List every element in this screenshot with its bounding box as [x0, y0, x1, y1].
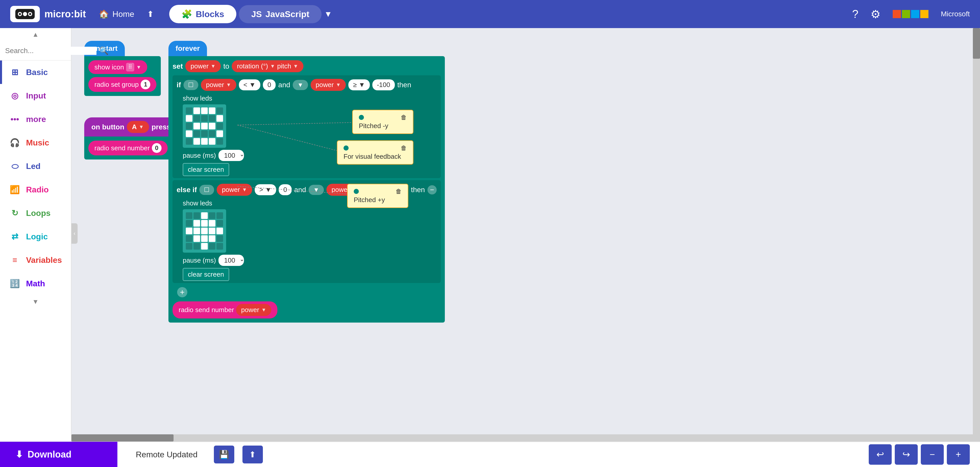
scrollbar-thumb[interactable]: [973, 28, 980, 59]
remote-updated-label: Remote Updated: [126, 450, 208, 459]
radio-set-group-block[interactable]: radio set group 1: [88, 77, 157, 92]
tab-dropdown[interactable]: ▼: [324, 10, 332, 19]
sidebar-item-input[interactable]: ◎ Input: [0, 84, 71, 108]
comment-pitched-plus-y-content[interactable]: 🗑 Pitched +y: [347, 184, 408, 208]
sidebar-item-logic[interactable]: ⇄ Logic: [0, 225, 71, 248]
else-if-val0[interactable]: 0: [279, 184, 291, 195]
settings-icon[interactable]: ⚙: [870, 8, 880, 21]
music-icon: 🎧: [9, 137, 21, 148]
comment-pitched-y-content[interactable]: 🗑 Pitched -y: [352, 110, 414, 134]
gt-operator[interactable]: > ▼: [255, 184, 276, 195]
radio-send-number-block[interactable]: radio send number 0: [88, 141, 168, 156]
radio-send-value[interactable]: 0: [152, 143, 162, 153]
bottom-right-controls: ↩ ↪ − +: [869, 444, 980, 465]
sidebar-item-variables[interactable]: ≡ Variables: [0, 248, 71, 272]
share-button[interactable]: ⬆: [147, 9, 154, 19]
help-icon[interactable]: ?: [852, 8, 858, 21]
comment-delete[interactable]: 🗑: [401, 114, 407, 121]
zoom-in-button[interactable]: +: [947, 444, 970, 465]
lt-operator[interactable]: < ▼: [239, 79, 260, 91]
icon-preview: ⠿: [126, 63, 134, 71]
rotation-pill[interactable]: rotation (°) ▼ pitch ▼: [232, 60, 303, 72]
save-icon: 💾: [219, 450, 229, 459]
if-toggle2[interactable]: ▼: [293, 80, 308, 90]
bottom-scrollbar-thumb[interactable]: [72, 434, 173, 442]
sidebar-scroll-up[interactable]: ▲: [0, 28, 71, 41]
comment-visual-feedback: 🗑 For visual feedback: [337, 140, 414, 165]
if-val-neg100[interactable]: -100: [372, 79, 395, 91]
nav-home-button[interactable]: 🏠 Home: [99, 9, 134, 19]
microsoft-logo: [893, 10, 928, 18]
pause-select-1[interactable]: 100200500: [218, 150, 244, 161]
download-icon: ⬇: [15, 449, 23, 460]
header-right: ? ⚙ Microsoft: [852, 8, 970, 21]
math-icon: 🔢: [9, 278, 21, 289]
radio-group-value[interactable]: 1: [141, 79, 150, 89]
show-icon-block[interactable]: show icon ⠿ ▼: [88, 60, 157, 74]
and-label: and: [278, 81, 290, 89]
sidebar-item-loops[interactable]: ↻ Loops: [0, 201, 71, 225]
zoom-out-icon: −: [929, 449, 935, 460]
if-val0[interactable]: 0: [263, 79, 275, 91]
forever-label: forever: [169, 41, 207, 56]
button-value[interactable]: A ▼: [127, 121, 149, 133]
clear-screen-1[interactable]: clear screen: [183, 163, 229, 176]
sidebar-scroll-down[interactable]: ▼: [0, 295, 71, 308]
svg-point-5: [29, 13, 31, 15]
led-grid-2: [183, 209, 226, 253]
sidebar-item-music[interactable]: 🎧 Music: [0, 131, 71, 154]
comment-pitched-plus-y: 🗑 Pitched +y: [347, 184, 408, 208]
else-if-toggle2[interactable]: ▼: [309, 185, 324, 195]
sidebar-item-led[interactable]: ⬭ Led: [0, 154, 71, 178]
if-power-pill2[interactable]: power ▼: [310, 79, 346, 91]
ge-operator[interactable]: ≥ ▼: [348, 79, 369, 91]
sidebar-item-basic[interactable]: ⊞ Basic: [0, 60, 71, 84]
remote-area: Remote Updated 💾 ⬆: [118, 446, 273, 464]
sidebar-item-radio[interactable]: 📶 Radio: [0, 178, 71, 201]
sidebar-item-more[interactable]: ••• more: [0, 108, 71, 131]
clear-screen-2[interactable]: clear screen: [183, 268, 229, 281]
right-scrollbar[interactable]: [973, 28, 980, 442]
add-branch-row: +: [172, 285, 441, 299]
else-if-power-pill[interactable]: power ▼: [217, 184, 252, 196]
sidebar-item-math[interactable]: 🔢 Math: [0, 272, 71, 295]
show-icon-pill[interactable]: show icon ⠿ ▼: [88, 60, 147, 74]
forever-block: forever set power ▼ to rotation (°) ▼ pi…: [169, 41, 445, 322]
radio-send-row: radio send number power ▼: [172, 301, 441, 318]
search-input[interactable]: [5, 47, 97, 55]
else-if-label: else if: [177, 186, 197, 194]
github-button[interactable]: ⬆: [242, 446, 263, 464]
comment-delete-3[interactable]: 🗑: [396, 188, 402, 195]
canvas-area: on start show icon ⠿ ▼ radio set group 1: [72, 28, 980, 442]
power-pill[interactable]: power ▼: [185, 60, 221, 72]
if-row: if ☐ power ▼ < ▼ 0 and ▼ power ▼: [172, 75, 441, 94]
bottom-scrollbar[interactable]: [72, 434, 973, 442]
ms-label: Microsoft: [941, 10, 970, 18]
else-if-toggle[interactable]: ☐: [199, 185, 214, 195]
comment-visual-feedback-content[interactable]: 🗑 For visual feedback: [337, 140, 414, 165]
show-icon-dropdown[interactable]: ▼: [136, 64, 142, 70]
comment-delete-2[interactable]: 🗑: [401, 145, 407, 152]
zoom-out-button[interactable]: −: [921, 444, 944, 465]
save-button[interactable]: 💾: [214, 446, 234, 464]
sidebar-toggle[interactable]: ‹: [72, 223, 78, 244]
minus-button[interactable]: −: [428, 185, 437, 194]
power-send-pill[interactable]: power ▼: [236, 304, 272, 316]
radio-set-group-pill[interactable]: radio set group 1: [88, 77, 156, 92]
loops-icon: ↻: [9, 208, 21, 219]
tab-blocks[interactable]: 🧩 Blocks: [169, 5, 237, 23]
pause-select-2[interactable]: 100200500: [218, 255, 244, 266]
radio-send-block[interactable]: radio send number power ▼: [172, 301, 277, 318]
search-area: 🔍: [0, 41, 71, 60]
download-button[interactable]: ⬇ Download: [0, 442, 118, 467]
logo-icon: [10, 6, 40, 22]
add-branch-button[interactable]: +: [177, 287, 187, 297]
undo-button[interactable]: ↩: [869, 444, 892, 465]
tab-javascript[interactable]: JS JavaScript: [239, 5, 321, 23]
logo-text: micro:bit: [45, 9, 86, 20]
if-toggle[interactable]: ☐: [183, 80, 198, 90]
if-power-pill[interactable]: power ▼: [201, 79, 236, 91]
search-icon[interactable]: 🔍: [99, 46, 108, 55]
redo-button[interactable]: ↪: [895, 444, 918, 465]
tab-area: 🧩 Blocks JS JavaScript ▼: [169, 5, 852, 23]
